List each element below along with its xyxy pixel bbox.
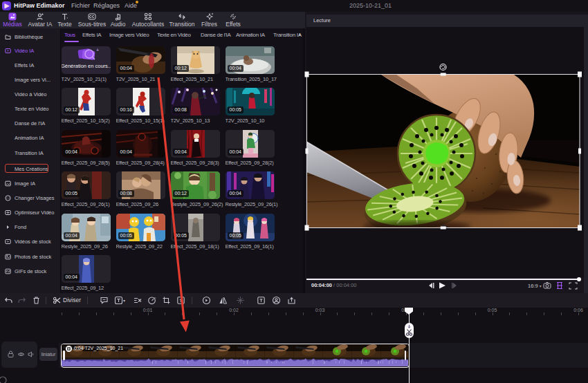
svg-text:Génération en cours...: Génération en cours...	[62, 63, 111, 69]
svg-text:+: +	[96, 48, 99, 53]
